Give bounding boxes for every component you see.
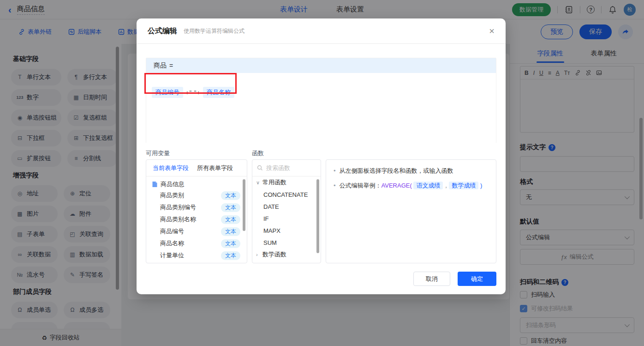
type-badge: 文本 — [221, 215, 240, 224]
type-badge: 文本 — [221, 239, 240, 248]
type-badge: 文本 — [221, 251, 240, 260]
formula-edit-modal: 公式编辑 使用数学运算符编辑公式 × 商品 = 商品编号 +" "+ 商品名称 … — [137, 18, 506, 294]
function-item[interactable]: CONCATENATE — [252, 188, 321, 200]
example-prefix: 公式编辑举例： — [340, 182, 382, 189]
bullet-icon: • — [334, 166, 336, 176]
function-item[interactable]: DATE — [252, 200, 321, 212]
formula-editor: 商品 = 商品编号 +" "+ 商品名称 — [146, 58, 496, 143]
cancel-button[interactable]: 取消 — [413, 272, 450, 286]
functions-label: 函数 — [252, 149, 264, 158]
tip-line-example: • 公式编辑举例：AVERAGE( 语文成绩，数学成绩 ) — [334, 181, 489, 190]
formula-target-bar: 商品 = — [146, 58, 496, 73]
formula-equals: = — [169, 62, 173, 69]
variable-name: 商品类别名称 — [160, 215, 196, 224]
variable-item[interactable]: 商品类别名称文本 — [146, 213, 247, 225]
function-item[interactable]: IF — [252, 212, 321, 225]
function-name: SUM — [263, 239, 277, 246]
function-group-math[interactable]: ›数学函数 — [252, 249, 321, 261]
tip-line: • 从左侧面板选择字段名和函数，或输入函数 — [334, 166, 489, 176]
search-icon — [257, 165, 263, 171]
function-name: DATE — [263, 203, 279, 210]
tree-root-label: 商品信息 — [161, 180, 185, 188]
formula-field-chip[interactable]: 商品名称 — [203, 87, 234, 98]
variables-panel: 当前表单字段 所有表单字段 商品信息 商品类别文本 商品类别编号文本 商品类别名… — [146, 159, 247, 263]
modal-footer: 取消 确定 — [413, 272, 496, 286]
confirm-button[interactable]: 确定 — [458, 272, 496, 286]
chevron-expanded-icon: ∨ — [256, 180, 262, 186]
function-name: CONCATENATE — [263, 191, 308, 198]
variable-name: 商品类别编号 — [160, 203, 196, 212]
variable-name: 商品名称 — [160, 239, 184, 248]
functions-panel: ∨常用函数 CONCATENATE DATE IF MAPX SUM ›数学函数… — [252, 159, 321, 263]
modal-subtitle: 使用数学运算符编辑公式 — [184, 27, 244, 35]
tip-example: 公式编辑举例：AVERAGE( 语文成绩，数学成绩 ) — [340, 181, 483, 190]
function-item[interactable]: SUM — [252, 237, 321, 249]
chevron-collapsed-icon: › — [256, 252, 262, 257]
variables-tabs: 当前表单字段 所有表单字段 — [146, 160, 247, 176]
type-badge: 文本 — [221, 191, 240, 200]
variables-tree-root[interactable]: 商品信息 — [146, 176, 247, 189]
tab-current-form-fields[interactable]: 当前表单字段 — [153, 164, 189, 172]
function-group-text[interactable]: ›文本函数 — [252, 261, 321, 263]
function-search-input[interactable] — [266, 164, 312, 171]
type-badge: 文本 — [221, 203, 240, 212]
formula-target-field: 商品 — [154, 61, 167, 70]
group-label: 文本函数 — [262, 262, 286, 263]
formula-field-chip[interactable]: 商品编号 — [152, 87, 183, 98]
formula-operator[interactable]: +" "+ — [185, 89, 201, 96]
example-field-chip: 语文成绩 — [413, 182, 443, 189]
modal-title: 公式编辑 — [148, 26, 177, 36]
variable-name: 商品编号 — [160, 227, 184, 236]
variable-item[interactable]: 商品类别编号文本 — [146, 201, 247, 213]
variable-item[interactable]: 商品类别文本 — [146, 189, 247, 201]
function-search — [252, 160, 321, 176]
variable-name: 商品类别 — [160, 191, 184, 200]
variable-item[interactable]: 商品名称文本 — [146, 237, 247, 249]
functions-scrollbar[interactable] — [316, 179, 319, 253]
variables-scrollbar[interactable] — [243, 179, 245, 231]
function-item[interactable]: MAPX — [252, 225, 321, 237]
bullet-icon: • — [334, 181, 336, 190]
tab-all-form-fields[interactable]: 所有表单字段 — [197, 164, 233, 172]
example-field-chip: 数学成绩 — [449, 182, 478, 189]
close-icon[interactable]: × — [489, 26, 495, 36]
example-comma: ， — [443, 182, 449, 189]
variables-label: 可用变量 — [146, 149, 170, 158]
function-name: MAPX — [263, 227, 280, 234]
document-icon — [152, 181, 158, 188]
variable-name: 计量单位 — [160, 251, 184, 260]
example-close-paren: ) — [480, 182, 482, 189]
tips-panel: • 从左侧面板选择字段名和函数，或输入函数 • 公式编辑举例：AVERAGE( … — [326, 159, 496, 263]
group-label: 数学函数 — [262, 250, 286, 259]
function-group-common[interactable]: ∨常用函数 — [252, 176, 321, 188]
function-name: IF — [263, 215, 269, 222]
variable-item[interactable]: 计量单位文本 — [146, 249, 247, 261]
tip-text: 从左侧面板选择字段名和函数，或输入函数 — [340, 166, 453, 176]
type-badge: 文本 — [221, 227, 240, 236]
variable-item[interactable]: 商品编号文本 — [146, 225, 247, 237]
modal-header: 公式编辑 使用数学运算符编辑公式 × — [137, 18, 506, 44]
app-screen: ‹ 商品信息 表单设计 表单设置 数据管理 ? 检 表单外链 — [0, 0, 644, 346]
formula-input-area[interactable]: 商品编号 +" "+ 商品名称 — [146, 73, 496, 143]
example-function: AVERAGE( — [382, 182, 412, 189]
formula-expression: 商品编号 +" "+ 商品名称 — [152, 87, 234, 98]
group-label: 常用函数 — [262, 178, 286, 187]
